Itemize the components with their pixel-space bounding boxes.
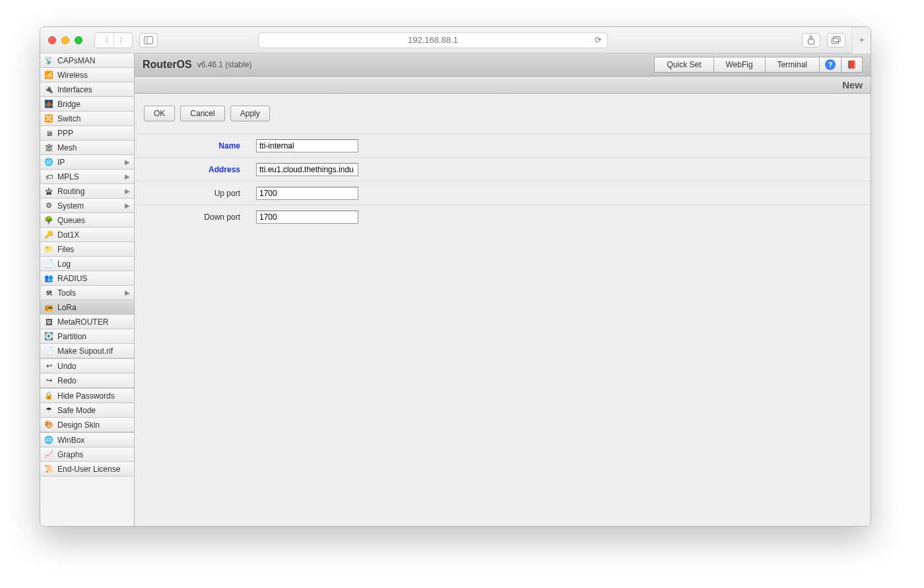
- sidebar-item-switch[interactable]: 🔀Switch: [40, 112, 134, 126]
- sidebar-item-label: Bridge: [57, 100, 130, 109]
- sidebar-item-ip[interactable]: 🌐IP▶: [40, 155, 134, 170]
- input-downport[interactable]: [256, 211, 358, 224]
- chevron-left-icon: 〈: [100, 34, 109, 46]
- logout-button[interactable]: 📕: [842, 57, 863, 73]
- sidebar-item-label: Switch: [57, 114, 130, 123]
- cancel-button[interactable]: Cancel: [180, 106, 224, 121]
- ok-button[interactable]: OK: [144, 106, 175, 121]
- interfaces-icon: 🔌: [44, 85, 53, 94]
- sidebar-item-supout[interactable]: 📄Make Supout.rif: [40, 344, 134, 358]
- sidebar-item-label: System: [57, 201, 121, 211]
- label-name[interactable]: Name: [144, 141, 256, 150]
- sidebar-item-label: WinBox: [57, 436, 130, 445]
- sidebar-item-routing[interactable]: 🛣Routing▶: [40, 184, 134, 199]
- sidebar-item-label: MetaROUTER: [57, 317, 130, 327]
- sidebar-item-design-skin[interactable]: 🎨Design Skin: [40, 418, 134, 432]
- sidebar-item-radius[interactable]: 👥RADIUS: [40, 271, 134, 286]
- folder-icon: 📁: [44, 245, 53, 254]
- url-text: 192.168.88.1: [408, 35, 458, 45]
- sidebar-item-label: Safe Mode: [57, 406, 130, 415]
- sidebar-item-winbox[interactable]: 🌐WinBox: [40, 433, 134, 447]
- close-window-button[interactable]: [48, 36, 56, 44]
- umbrella-icon: ☂: [44, 406, 53, 415]
- switch-icon: 🔀: [44, 114, 53, 123]
- input-name[interactable]: [256, 139, 358, 152]
- traffic-lights: [48, 36, 82, 44]
- main-panel: RouterOS v6.46.1 (stable) Quick Set WebF…: [135, 53, 871, 526]
- sidebar-group-history: ↩Undo ↪Redo: [40, 358, 134, 388]
- sidebar-item-hide-passwords[interactable]: 🔒Hide Passwords: [40, 389, 134, 403]
- tab-quick-set[interactable]: Quick Set: [654, 57, 713, 73]
- sidebar-item-wireless[interactable]: 📶Wireless: [40, 68, 134, 82]
- help-button[interactable]: ?: [820, 57, 842, 73]
- form-row-name: Name: [135, 133, 871, 157]
- label-address[interactable]: Address: [144, 165, 256, 174]
- file-icon: 📄: [44, 346, 53, 356]
- sidebar-item-mesh[interactable]: 🕸Mesh: [40, 141, 134, 155]
- sidebar-item-label: Partition: [57, 332, 130, 341]
- sidebar-item-undo[interactable]: ↩Undo: [40, 359, 134, 374]
- sidebar-item-tools[interactable]: 🛠Tools▶: [40, 286, 134, 300]
- new-tab-button[interactable]: +: [852, 27, 871, 53]
- form-row-upport: Up port: [135, 181, 871, 205]
- button-label: Apply: [240, 109, 260, 118]
- svg-rect-0: [145, 36, 153, 44]
- input-upport[interactable]: [256, 187, 358, 200]
- sidebar-item-end-user-license[interactable]: 📜End-User License: [40, 462, 134, 476]
- form-area: OK Cancel Apply Name Address Up port: [135, 94, 871, 526]
- zoom-window-button[interactable]: [75, 36, 82, 44]
- app-title: RouterOS: [143, 59, 192, 71]
- skin-icon: 🎨: [44, 420, 53, 430]
- sidebar-item-lora[interactable]: 📻LoRa: [40, 300, 134, 315]
- sidebar-item-bridge[interactable]: 🌉Bridge: [40, 97, 134, 112]
- sidebar-item-interfaces[interactable]: 🔌Interfaces: [40, 82, 134, 97]
- tabs-button[interactable]: [827, 33, 845, 48]
- chart-icon: 📈: [44, 450, 53, 459]
- header-tabs: Quick Set WebFig Terminal ? 📕: [654, 57, 863, 73]
- sidebar-item-metarouter[interactable]: 🖼MetaROUTER: [40, 315, 134, 329]
- gear-icon: ⚙: [44, 201, 53, 211]
- sidebar-item-log[interactable]: 📄Log: [40, 257, 134, 271]
- sidebar-item-files[interactable]: 📁Files: [40, 242, 134, 257]
- forward-button[interactable]: 〉: [114, 33, 132, 48]
- address-bar[interactable]: 192.168.88.1 ⟳: [258, 32, 608, 48]
- chevron-right-icon: ▶: [125, 187, 130, 195]
- share-button[interactable]: [802, 33, 820, 48]
- sidebar-item-label: Hide Passwords: [57, 391, 130, 401]
- chevron-right-icon: ▶: [125, 289, 130, 296]
- tabs-icon: [832, 36, 841, 44]
- sidebar-item-partition[interactable]: 💽Partition: [40, 329, 134, 344]
- sidebar-item-system[interactable]: ⚙System▶: [40, 199, 134, 213]
- sidebar-item-queues[interactable]: 🌳Queues: [40, 213, 134, 228]
- form-row-downport: Down port: [135, 205, 871, 228]
- minimize-window-button[interactable]: [61, 36, 69, 44]
- sidebar-item-mpls[interactable]: 🏷MPLS▶: [40, 170, 134, 184]
- sidebar-item-dot1x[interactable]: 🔑Dot1X: [40, 228, 134, 242]
- partition-icon: 💽: [44, 332, 53, 341]
- input-address[interactable]: [256, 163, 358, 176]
- reload-icon[interactable]: ⟳: [595, 35, 602, 45]
- sidebar-item-ppp[interactable]: 🖥PPP: [40, 126, 134, 141]
- sidebar-item-label: Interfaces: [57, 85, 130, 94]
- sidebar-item-label: Wireless: [57, 71, 130, 80]
- sidebar-item-safe-mode[interactable]: ☂Safe Mode: [40, 403, 134, 418]
- help-icon: ?: [825, 59, 836, 70]
- sidebar-toggle-button[interactable]: [139, 33, 158, 48]
- chevron-right-icon: ▶: [125, 202, 130, 209]
- routing-icon: 🛣: [44, 187, 53, 196]
- sidebar-item-capsman[interactable]: 📡CAPsMAN: [40, 53, 134, 68]
- chevron-right-icon: ▶: [125, 158, 130, 166]
- sidebar-item-label: Tools: [57, 288, 121, 298]
- tab-label: Quick Set: [667, 60, 701, 69]
- apply-button[interactable]: Apply: [230, 106, 270, 121]
- tab-terminal[interactable]: Terminal: [766, 57, 820, 73]
- ppp-icon: 🖥: [44, 129, 53, 138]
- sidebar-item-label: CAPsMAN: [57, 56, 130, 65]
- sidebar-item-label: PPP: [57, 129, 130, 138]
- label-upport: Up port: [144, 189, 256, 198]
- back-button[interactable]: 〈: [95, 33, 114, 48]
- nav-buttons: 〈 〉: [94, 32, 133, 48]
- sidebar-item-graphs[interactable]: 📈Graphs: [40, 447, 134, 462]
- sidebar-item-redo[interactable]: ↪Redo: [40, 374, 134, 388]
- tab-webfig[interactable]: WebFig: [714, 57, 766, 73]
